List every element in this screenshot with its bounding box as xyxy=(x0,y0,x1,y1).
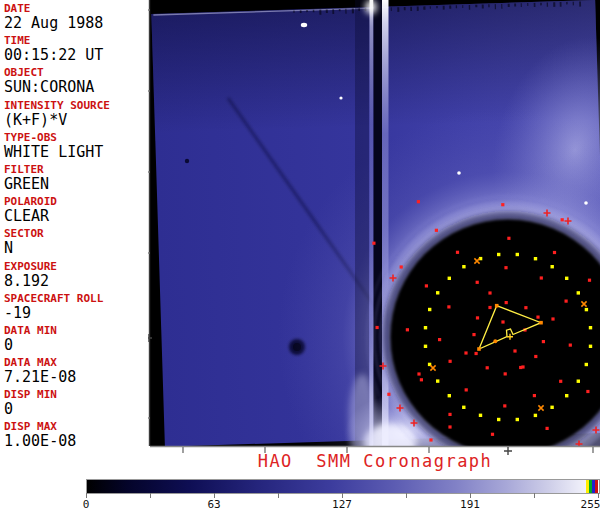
field-value: 0 xyxy=(4,337,148,354)
field-label: SECTOR xyxy=(4,227,148,240)
field-label: INTENSITY SOURCE xyxy=(4,99,148,112)
colorbar-tick xyxy=(534,493,535,498)
yellow-fiducial-dot xyxy=(565,394,568,397)
red-fiducial-dot xyxy=(521,365,524,368)
yellow-fiducial-dot xyxy=(577,291,580,294)
red-fiducial-dot xyxy=(387,393,390,396)
red-fiducial-dot xyxy=(586,390,589,393)
red-fiducial-dot xyxy=(551,317,554,320)
yellow-fiducial-dot xyxy=(462,406,465,409)
red-fiducial-dot xyxy=(488,291,491,294)
red-fiducial-dot xyxy=(456,251,459,254)
colorbar-tick-label: 255 xyxy=(581,498,600,511)
red-fiducial-dot xyxy=(536,316,539,319)
colorbar-tick xyxy=(406,493,407,498)
metadata-field: SECTORN xyxy=(0,227,148,259)
star xyxy=(301,23,307,27)
colorbar-tick xyxy=(150,493,151,498)
metadata-field: DATA MIN0 xyxy=(0,324,148,356)
footer-title: HAO SMM Coronagraph xyxy=(150,451,600,471)
metadata-field: FILTERGREEN xyxy=(0,163,148,195)
yellow-fiducial-dot xyxy=(585,363,588,366)
red-fiducial-dot xyxy=(429,438,432,441)
yellow-fiducial-dot xyxy=(516,418,519,421)
star xyxy=(584,201,588,205)
yellow-fiducial-dot xyxy=(428,308,431,311)
red-fiducial-dot xyxy=(448,413,451,416)
field-label: EXPOSURE xyxy=(4,260,148,273)
red-fiducial-dot xyxy=(534,355,537,358)
red-fiducial-dot xyxy=(501,320,504,323)
field-value: 0 xyxy=(4,401,148,418)
field-label: FILTER xyxy=(4,163,148,176)
yellow-fiducial-dot xyxy=(550,406,553,409)
colorbar-tick-label: 63 xyxy=(207,498,220,511)
yellow-fiducial-dot xyxy=(565,277,568,280)
yellow-fiducial-dot xyxy=(436,379,439,382)
field-value: N xyxy=(4,240,148,257)
red-fiducial-dot xyxy=(504,372,507,375)
field-value: 8.192 xyxy=(4,273,148,290)
red-fiducial-dot xyxy=(533,394,536,397)
field-value: WHITE LIGHT xyxy=(4,144,148,161)
metadata-field: OBJECTSUN:CORONA xyxy=(0,66,148,98)
dark-dot xyxy=(185,159,189,163)
metadata-field: EXPOSURE8.192 xyxy=(0,260,148,292)
red-fiducial-dot xyxy=(486,366,489,369)
red-fiducial-dot xyxy=(503,404,506,407)
colorbar-tick-label: 191 xyxy=(460,498,480,511)
yellow-fiducial-dot xyxy=(448,277,451,280)
left-of-pylon-streak xyxy=(349,374,375,462)
yellow-fiducial-dot xyxy=(479,414,482,417)
yellow-fiducial-dot xyxy=(589,345,592,348)
red-fiducial-dot xyxy=(588,279,591,282)
yellow-fiducial-dot xyxy=(585,308,588,311)
metadata-field: POLAROIDCLEAR xyxy=(0,195,148,227)
red-fiducial-dot xyxy=(513,349,516,352)
red-fiducial-dot xyxy=(406,328,409,331)
metadata-field: DISP MIN0 xyxy=(0,388,148,420)
red-fiducial-dot xyxy=(501,203,504,206)
red-fiducial-dot xyxy=(524,306,527,309)
red-fiducial-dot xyxy=(476,281,479,284)
yellow-fiducial-dot xyxy=(424,326,427,329)
yellow-fiducial-dot xyxy=(448,394,451,397)
red-fiducial-dot xyxy=(447,305,450,308)
red-fiducial-dot xyxy=(420,378,423,381)
metadata-field: INTENSITY SOURCE(K+F)*V xyxy=(0,99,148,131)
metadata-panel: DATE22 Aug 1988TIME00:15:22 UTOBJECTSUN:… xyxy=(0,0,148,450)
orange-dot xyxy=(493,339,497,343)
yellow-fiducial-dot xyxy=(424,345,427,348)
red-fiducial-dot xyxy=(542,340,545,343)
red-fiducial-dot xyxy=(425,284,428,287)
yellow-fiducial-dot xyxy=(534,414,537,417)
metadata-field: SPACECRAFT ROLL-19 xyxy=(0,292,148,324)
red-fiducial-dot xyxy=(491,433,494,436)
colorbar-tick-label: 127 xyxy=(332,498,352,511)
field-value: GREEN xyxy=(4,176,148,193)
red-fiducial-dot xyxy=(465,388,468,391)
colorbar-end-stripe xyxy=(595,480,598,493)
red-fiducial-dot xyxy=(504,266,507,269)
red-fiducial-dot xyxy=(488,306,491,309)
red-fiducial-dot xyxy=(438,338,441,341)
star xyxy=(457,171,461,175)
yellow-fiducial-dot xyxy=(436,291,439,294)
red-fiducial-dot xyxy=(569,344,572,347)
red-fiducial-dot xyxy=(553,251,556,254)
red-fiducial-dot xyxy=(376,326,379,329)
field-label: TYPE-OBS xyxy=(4,131,148,144)
red-fiducial-dot xyxy=(464,351,467,354)
red-fiducial-dot xyxy=(540,276,543,279)
red-fiducial-dot xyxy=(449,360,452,363)
metadata-field: DATA MAX7.21E-08 xyxy=(0,356,148,388)
yellow-fiducial-dot xyxy=(516,253,519,256)
metadata-field: DATE22 Aug 1988 xyxy=(0,2,148,34)
red-fiducial-dot xyxy=(546,427,549,430)
field-value: (K+F)*V xyxy=(4,112,148,129)
field-value: 00:15:22 UT xyxy=(4,47,148,64)
yellow-fiducial-dot xyxy=(551,265,554,268)
field-value: 1.00E-08 xyxy=(4,433,148,450)
yellow-fiducial-dot xyxy=(534,257,537,260)
red-fiducial-dot xyxy=(435,229,438,232)
